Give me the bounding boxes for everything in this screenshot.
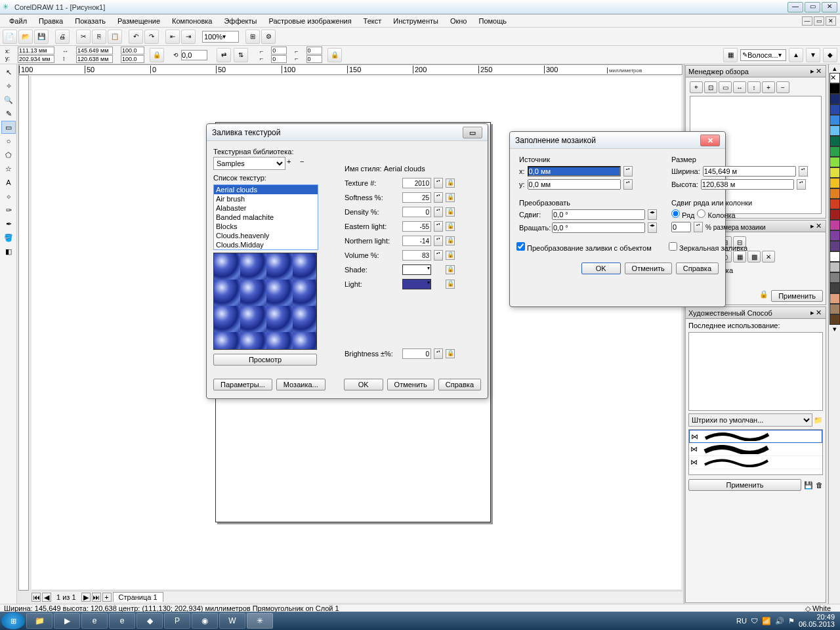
help-button[interactable]: Справка: [676, 262, 719, 274]
lock-icon[interactable]: 🔒: [446, 236, 455, 245]
star-tool-icon[interactable]: ☆: [1, 162, 16, 175]
list-item[interactable]: Clouds.Morning: [214, 249, 318, 250]
outline-width[interactable]: ✎ Волося... ▾: [740, 49, 786, 61]
docker-close-icon[interactable]: ✕: [814, 222, 823, 230]
tray-sound-icon[interactable]: 🔊: [775, 617, 784, 625]
wrap-text-icon[interactable]: ▦: [723, 48, 738, 62]
color-swatch[interactable]: [830, 83, 840, 94]
prop-w[interactable]: [76, 47, 113, 54]
stroke-preset-combo[interactable]: Штрихи по умолчан...: [688, 413, 812, 427]
task-media-icon[interactable]: ▶: [54, 613, 80, 629]
page-next[interactable]: ▶: [81, 593, 91, 602]
start-button[interactable]: ⊞: [1, 612, 25, 629]
new-icon[interactable]: 📄: [3, 30, 17, 44]
spinner-icon[interactable]: ▴▾: [434, 207, 443, 217]
menu-window[interactable]: Окно: [445, 16, 472, 26]
transform-shift[interactable]: [552, 209, 645, 220]
task-p-icon[interactable]: P: [164, 613, 190, 629]
zoom-selection-icon[interactable]: ⌖: [690, 81, 703, 93]
transform-rotate[interactable]: [552, 222, 645, 233]
list-item[interactable]: Clouds.Midday: [214, 240, 318, 249]
menu-view[interactable]: Показать: [70, 16, 111, 26]
spinner-icon[interactable]: ▴▾: [623, 179, 633, 190]
tray-shield-icon[interactable]: 🛡: [751, 617, 758, 625]
outline-tool-icon[interactable]: ✒: [1, 217, 16, 230]
menu-file[interactable]: Файл: [4, 16, 32, 26]
preview-button[interactable]: Просмотр: [213, 354, 317, 366]
menu-edit[interactable]: Правка: [33, 16, 68, 26]
menu-arrange[interactable]: Компоновка: [167, 16, 217, 26]
list-item[interactable]: Banded malachite: [214, 213, 318, 222]
close-button[interactable]: ✕: [822, 2, 837, 12]
lock-icon[interactable]: 🔒: [446, 207, 455, 217]
palette-up-icon[interactable]: ▴: [829, 64, 840, 73]
spinner-icon[interactable]: ◀▶: [648, 209, 657, 220]
menu-bitmaps[interactable]: Растровые изображения: [263, 16, 356, 26]
zoom-fit-icon[interactable]: ⊡: [704, 81, 717, 93]
lock-icon[interactable]: 🔒: [446, 280, 455, 289]
color-swatch[interactable]: [830, 209, 840, 220]
fill-tool-icon[interactable]: 🪣: [1, 231, 16, 244]
task-explorer-icon[interactable]: 📁: [26, 613, 52, 629]
maximize-button[interactable]: ▭: [805, 2, 820, 12]
lock-icon[interactable]: 🔒: [446, 251, 455, 260]
to-back-icon[interactable]: ▼: [806, 48, 820, 62]
color-swatch[interactable]: [830, 230, 840, 241]
zoom-height-icon[interactable]: ↕: [747, 81, 761, 93]
stroke-list[interactable]: ⋈ ⋈ ⋈: [688, 429, 823, 475]
prop-rotation[interactable]: [181, 50, 207, 60]
doc-close[interactable]: ✕: [826, 16, 836, 26]
spinner-icon[interactable]: ▴▾: [623, 166, 633, 177]
src-x[interactable]: [528, 166, 621, 177]
zoom-field[interactable]: 100% ▾: [202, 31, 239, 43]
color-swatch[interactable]: [830, 146, 840, 157]
menu-help[interactable]: Помощь: [473, 16, 512, 26]
export-icon[interactable]: ⇥: [181, 30, 196, 44]
page-first[interactable]: ⏮: [32, 593, 41, 602]
apply-stroke-button[interactable]: Применить: [688, 479, 801, 491]
lock-icon[interactable]: 🔒: [446, 193, 455, 202]
lib-add-icon[interactable]: +: [287, 158, 299, 169]
open-icon[interactable]: 📂: [18, 30, 33, 44]
color-swatch[interactable]: [830, 220, 840, 230]
prop-sy[interactable]: [121, 55, 144, 63]
color-swatch[interactable]: [830, 136, 840, 146]
lock-icon[interactable]: 🔒: [446, 178, 455, 188]
page-add[interactable]: +: [102, 593, 112, 602]
polygon-tool-icon[interactable]: ⬠: [1, 148, 16, 161]
spinner-icon[interactable]: ▴▾: [797, 179, 806, 190]
size-h[interactable]: [701, 179, 794, 190]
color-swatch[interactable]: [830, 314, 840, 325]
src-y[interactable]: [528, 179, 621, 190]
list-item[interactable]: Blocks: [214, 222, 318, 231]
mirror-fill-check[interactable]: [669, 242, 677, 251]
clock[interactable]: 20:4906.05.2013: [799, 614, 835, 628]
prop-corner2[interactable]: [271, 55, 287, 63]
spinner-icon[interactable]: ▴▾: [434, 178, 443, 188]
color-swatch[interactable]: [830, 157, 840, 167]
zoom-in-icon[interactable]: +: [762, 81, 775, 93]
docker-close-icon[interactable]: ✕: [814, 308, 823, 317]
spinner-icon[interactable]: ▴▾: [434, 348, 443, 359]
menu-effects[interactable]: Эффекты: [219, 16, 262, 26]
color-swatch[interactable]: [830, 241, 840, 251]
docker-close-icon[interactable]: ✕: [814, 67, 823, 75]
task-word-icon[interactable]: W: [219, 613, 245, 629]
eyedropper-tool-icon[interactable]: ✑: [1, 203, 16, 217]
doc-restore[interactable]: ▭: [814, 16, 824, 26]
spinner-icon[interactable]: ◀▶: [648, 222, 657, 233]
palette-down-icon[interactable]: ▾: [829, 325, 840, 333]
interactive-fill-icon[interactable]: ◧: [1, 245, 16, 258]
color-swatch[interactable]: [830, 304, 840, 314]
param-eastern[interactable]: [402, 221, 431, 232]
color-swatch[interactable]: [830, 94, 840, 104]
cancel-button[interactable]: Отменить: [387, 379, 434, 390]
param-brightness[interactable]: [402, 348, 431, 359]
task-chrome-icon[interactable]: ◉: [192, 613, 218, 629]
color-swatch[interactable]: [830, 283, 840, 293]
shape-tool-icon[interactable]: ✧: [1, 79, 16, 93]
param-texture[interactable]: [402, 178, 431, 188]
color-swatch[interactable]: [830, 104, 840, 115]
spinner-icon[interactable]: ▴▾: [434, 192, 443, 203]
convert-icon[interactable]: ◆: [823, 48, 837, 62]
